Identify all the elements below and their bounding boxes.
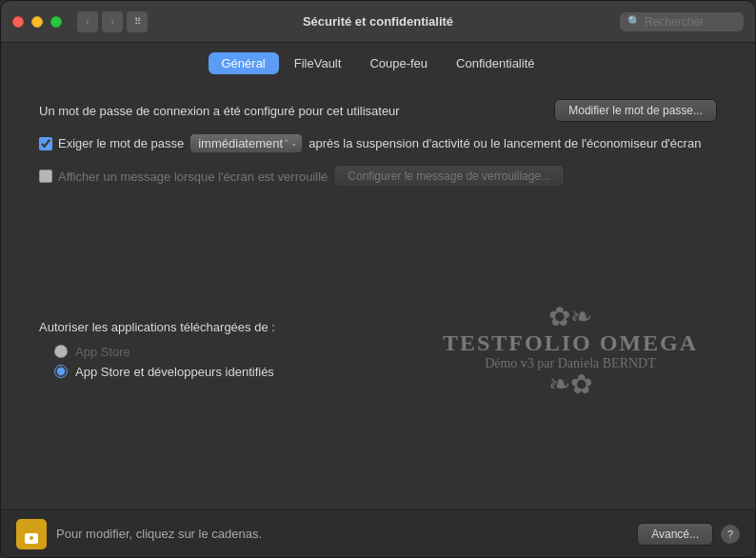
maximize-button[interactable] xyxy=(50,16,62,28)
password-description: Un mot de passe de connexion a été confi… xyxy=(39,104,400,118)
bottom-bar: Pour modifier, cliquez sur le cadenas. A… xyxy=(1,509,755,557)
configure-lock-button[interactable]: Configurer le message de verrouillage... xyxy=(333,165,565,188)
password-row: Un mot de passe de connexion a été confi… xyxy=(39,91,717,130)
tab-filevault[interactable]: FileVault xyxy=(281,52,355,74)
search-input[interactable] xyxy=(645,15,730,29)
nav-buttons: ‹ › xyxy=(77,11,123,32)
window-title: Sécurité et confidentialité xyxy=(303,14,453,29)
require-password-label: Exiger le mot de passe xyxy=(39,136,184,150)
download-title: Autoriser les applications téléchargées … xyxy=(39,320,289,334)
download-section: Autoriser les applications téléchargées … xyxy=(39,314,289,388)
watermark: ✿❧ TESTFOLIO OMEGA Démo v3 par Daniela B… xyxy=(443,304,698,398)
screen-lock-label: Afficher un message lorsque l'écran est … xyxy=(39,169,328,184)
tabs-bar: Général FileVault Coupe-feu Confidential… xyxy=(1,43,755,82)
bottom-buttons: Avancé... ? xyxy=(637,523,740,546)
help-button[interactable]: ? xyxy=(721,525,740,544)
titlebar: ‹ › ⠿ Sécurité et confidentialité 🔍 xyxy=(1,1,755,43)
radio-appstore-dev: App Store et développeurs identifiés xyxy=(39,362,289,382)
tab-privacy[interactable]: Confidentialité xyxy=(443,52,547,74)
back-button[interactable]: ‹ xyxy=(77,11,98,32)
middle-area: ✿❧ TESTFOLIO OMEGA Démo v3 par Daniela B… xyxy=(39,191,717,509)
search-box[interactable]: 🔍 xyxy=(620,12,744,31)
close-button[interactable] xyxy=(12,16,24,28)
bottom-text: Pour modifier, cliquez sur le cadenas. xyxy=(56,527,627,541)
traffic-lights xyxy=(12,16,62,28)
svg-point-1 xyxy=(30,536,33,540)
screen-lock-row: Afficher un message lorsque l'écran est … xyxy=(39,161,717,191)
advanced-button[interactable]: Avancé... xyxy=(637,523,713,546)
require-password-checkbox[interactable] xyxy=(39,137,52,150)
radio-appstore-input[interactable] xyxy=(54,345,68,358)
grid-button[interactable]: ⠿ xyxy=(127,11,148,32)
watermark-ornament-top: ✿❧ xyxy=(443,304,698,330)
main-content: Un mot de passe de connexion a été confi… xyxy=(1,82,755,509)
after-text: après la suspension d'activité ou le lan… xyxy=(308,136,701,150)
screen-lock-text: Afficher un message lorsque l'écran est … xyxy=(58,169,328,184)
password-timing-select[interactable]: immédiatement xyxy=(189,133,303,153)
forward-button[interactable]: › xyxy=(102,11,123,32)
lock-icon xyxy=(23,524,40,545)
tab-general[interactable]: Général xyxy=(209,52,279,74)
password-timing-wrapper: immédiatement xyxy=(189,133,303,153)
radio-appstore-dev-input[interactable] xyxy=(54,365,68,378)
change-password-button[interactable]: Modifier le mot de passe... xyxy=(554,99,717,122)
watermark-ornament-bottom: ❧✿ xyxy=(443,371,698,398)
screen-lock-checkbox[interactable] xyxy=(39,169,52,183)
require-password-text: Exiger le mot de passe xyxy=(58,136,184,150)
radio-appstore-dev-label: App Store et développeurs identifiés xyxy=(75,365,274,379)
require-password-row: Exiger le mot de passe immédiatement apr… xyxy=(39,130,717,157)
tab-firewall[interactable]: Coupe-feu xyxy=(356,52,441,74)
minimize-button[interactable] xyxy=(31,16,43,28)
radio-appstore: App Store xyxy=(39,342,289,362)
radio-appstore-label: App Store xyxy=(75,345,130,359)
search-icon: 🔍 xyxy=(627,15,641,28)
main-window: ‹ › ⠿ Sécurité et confidentialité 🔍 Géné… xyxy=(0,0,756,558)
lock-icon-wrapper xyxy=(16,519,47,549)
watermark-title: TESTFOLIO OMEGA xyxy=(443,330,698,356)
